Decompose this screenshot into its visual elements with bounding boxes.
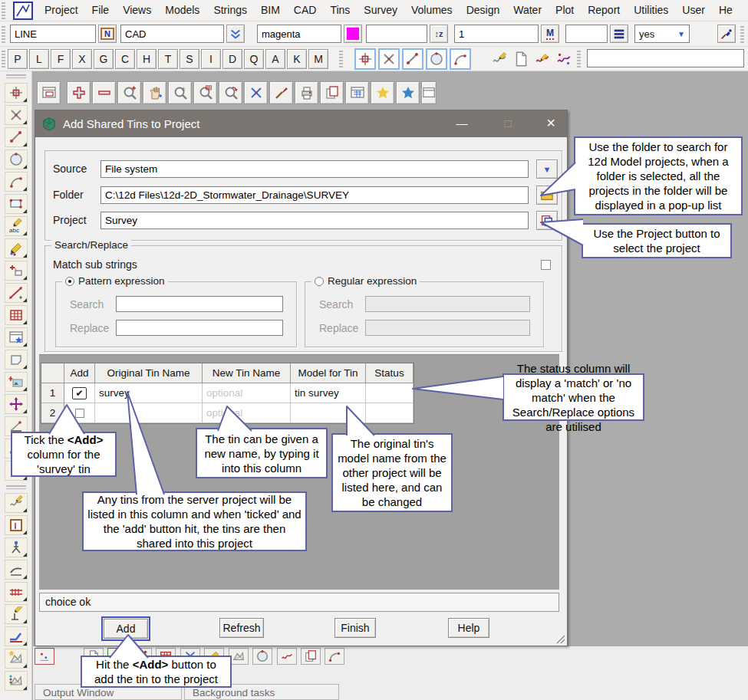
row1-newname-cell[interactable]: optional [203, 383, 291, 403]
sidebar-text-button[interactable]: abc [5, 216, 28, 236]
zoom-in-step-button[interactable] [67, 81, 91, 104]
sidebar-textbox-button[interactable]: I [5, 515, 28, 535]
sidebar-railway-button[interactable] [5, 582, 28, 602]
partial-icon-10[interactable] [301, 648, 321, 665]
row2-grip[interactable] [2, 26, 5, 43]
menu-project[interactable]: Project [38, 0, 85, 21]
match-substrings-checkbox[interactable] [541, 260, 551, 270]
arc-snap-toggle[interactable] [450, 48, 471, 70]
snap-cross-button[interactable] [244, 81, 268, 104]
snap-letter-f[interactable]: F [51, 49, 71, 69]
sidebar-circle-button[interactable] [5, 150, 28, 169]
cad-linestyle-input[interactable] [565, 25, 608, 43]
dropdown-triangle-icon[interactable]: ▼ [677, 30, 685, 38]
pattern-replace-input[interactable] [116, 320, 283, 336]
snap-letter-k[interactable]: K [287, 49, 307, 69]
sidebar-line-button[interactable] [5, 127, 28, 147]
menu-file[interactable]: File [85, 0, 117, 21]
line-snap-toggle[interactable] [402, 48, 423, 70]
sheet-button[interactable] [345, 81, 369, 104]
menu-report[interactable]: Report [581, 0, 627, 21]
measure-tool-button[interactable] [491, 51, 508, 71]
zoom-previous-button[interactable]: ± [168, 81, 192, 104]
close-icon[interactable]: × [539, 110, 563, 137]
snap-letter-a[interactable]: A [265, 49, 285, 69]
snap-letter-l[interactable]: L [29, 49, 49, 69]
maximize-icon[interactable]: □ [496, 110, 520, 137]
menu-survey[interactable]: Survey [357, 0, 404, 21]
sidebar-rectangle-button[interactable] [5, 194, 28, 214]
menu-strings[interactable]: Strings [206, 0, 254, 21]
menu-bim[interactable]: BIM [254, 0, 287, 21]
sidebar-create-point-button[interactable] [5, 261, 28, 281]
colour-swatch-button[interactable] [344, 25, 362, 43]
model-column-header[interactable]: Model for Tin [291, 363, 366, 383]
menu-design[interactable]: Design [460, 0, 507, 21]
status-column-header[interactable]: Status [366, 363, 414, 383]
menu-utilities[interactable]: Utilities [627, 0, 675, 21]
sidebar-move-button[interactable] [5, 394, 28, 414]
new-tin-column-header[interactable]: New Tin Name [203, 363, 291, 383]
sidebar-point-snap-button[interactable] [5, 83, 28, 103]
snap-letter-c[interactable]: C [115, 49, 135, 69]
partial-view-button[interactable] [421, 81, 437, 104]
new-view-button[interactable] [37, 81, 61, 104]
cad-colour-input[interactable] [257, 25, 341, 43]
sidebar-tin-colours-button[interactable] [5, 671, 28, 691]
folder-input[interactable] [101, 186, 529, 204]
row3-grip[interactable] [2, 51, 5, 67]
partial-icon-9[interactable] [277, 648, 297, 665]
menu-help[interactable]: He [712, 0, 740, 21]
sidebar-grip[interactable] [6, 74, 26, 78]
row1-add-cell[interactable]: ✔ [64, 383, 95, 403]
spray-tool-button[interactable] [555, 51, 572, 71]
page-tool-button[interactable] [512, 51, 529, 71]
command-input[interactable] [587, 49, 744, 67]
regular-radio[interactable] [315, 277, 324, 286]
linestyle-button[interactable] [610, 25, 628, 43]
sidebar-measure-button[interactable] [5, 283, 28, 303]
function-chevron-button[interactable] [226, 25, 245, 43]
zoom-extents-button[interactable] [193, 81, 217, 104]
project-input[interactable] [101, 212, 529, 229]
sidebar-survey-button[interactable] [5, 537, 28, 557]
partial-icon-points[interactable] [35, 648, 54, 665]
sidebar-edit-points-button[interactable] [5, 238, 28, 258]
help-button[interactable]: Help [448, 618, 489, 638]
refresh-button[interactable]: Refresh [219, 618, 264, 638]
cross-snap-toggle[interactable] [378, 48, 400, 70]
sidebar-junction-button[interactable] [5, 626, 28, 646]
menu-plot[interactable]: Plot [549, 0, 581, 21]
sidebar-image-button[interactable] [5, 372, 28, 392]
minimize-icon[interactable]: — [450, 110, 474, 137]
zoom-refresh-button[interactable] [219, 81, 242, 104]
snap-letter-d[interactable]: D [222, 49, 242, 69]
dialog-titlebar[interactable]: Add Shared Tins to Project — □ × [35, 110, 567, 137]
snap-letter-q[interactable]: Q [244, 49, 264, 69]
original-tin-column-header[interactable]: Original Tin Name [95, 363, 203, 383]
pan-button[interactable] [143, 81, 166, 104]
snap-letter-g[interactable]: G [94, 49, 114, 69]
checked-checkbox-icon[interactable]: ✔ [75, 388, 83, 399]
sidebar-arc-button[interactable] [5, 172, 28, 192]
sidebar-polygon-button[interactable] [5, 350, 28, 370]
snap-letter-h[interactable]: H [137, 49, 157, 69]
menu-views[interactable]: Views [116, 0, 158, 21]
cad-name-input[interactable] [10, 25, 96, 43]
menu-models[interactable]: Models [158, 0, 206, 21]
sidebar-alignment-button[interactable] [5, 560, 28, 580]
eyedropper-button[interactable] [717, 25, 736, 43]
favourites-button[interactable] [371, 81, 394, 104]
sidebar-sign-button[interactable] [5, 604, 28, 624]
sidebar-cross-button[interactable] [5, 105, 28, 125]
snap-letter-p[interactable]: P [8, 49, 28, 69]
sidebar-models-button[interactable] [5, 327, 28, 347]
cad-function-input[interactable] [120, 25, 224, 43]
circle-snap-toggle[interactable] [426, 48, 447, 70]
sidebar-grid-button[interactable] [5, 305, 28, 325]
menu-cad[interactable]: CAD [287, 0, 324, 21]
copy-button[interactable] [320, 81, 344, 104]
redraw-brush-button[interactable] [269, 81, 293, 104]
sidebar-grip2[interactable] [6, 485, 26, 489]
menubar-grip[interactable] [2, 2, 5, 19]
